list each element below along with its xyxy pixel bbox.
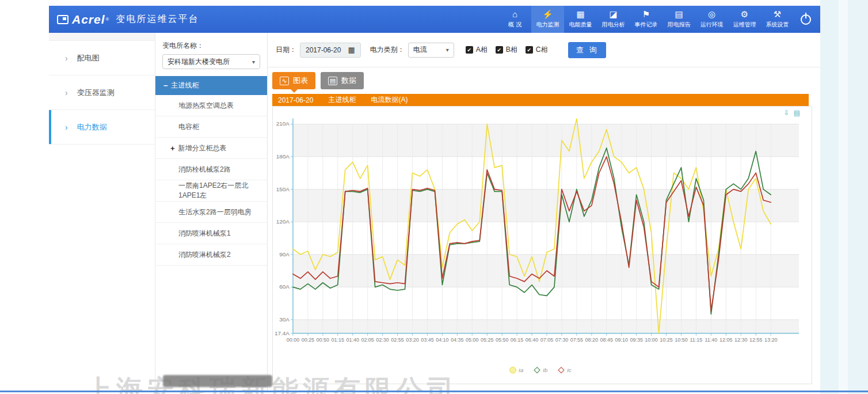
sidebar-item-label: 配电图 bbox=[77, 53, 100, 63]
checkbox-checked-icon: ✔ bbox=[466, 46, 473, 54]
nav-item-power-report[interactable]: ▤用电报告 bbox=[663, 6, 695, 33]
date-label: 日期： bbox=[276, 45, 296, 55]
tree-item[interactable]: 电容柜 bbox=[155, 116, 267, 138]
query-button[interactable]: 查 询 bbox=[568, 42, 606, 58]
runtime-environment-icon: ◎ bbox=[708, 10, 715, 18]
caret-down-icon: ▾ bbox=[252, 59, 255, 65]
tree-item[interactable]: 消防喷淋机械泵1 bbox=[155, 223, 267, 244]
svg-text:17.4A: 17.4A bbox=[275, 330, 290, 336]
svg-text:07:30: 07:30 bbox=[555, 337, 568, 343]
power-quality-icon: ▦ bbox=[576, 10, 584, 18]
nav-item-event-record[interactable]: ⚑事件记录 bbox=[630, 6, 663, 33]
chart-toolbox: ⇩ ▤ bbox=[784, 109, 800, 116]
power-logout-icon[interactable] bbox=[801, 14, 811, 25]
sidebar-item[interactable]: ›电力数据 bbox=[49, 110, 155, 145]
nav-item-system-settings[interactable]: ⚒系统设置 bbox=[761, 6, 794, 33]
phase-checkbox-a[interactable]: ✔A相 bbox=[466, 45, 488, 55]
data-view-icon[interactable]: ▤ bbox=[794, 109, 800, 116]
svg-text:05:25: 05:25 bbox=[481, 337, 493, 343]
svg-text:11:15: 11:15 bbox=[690, 337, 703, 343]
svg-text:04:10: 04:10 bbox=[436, 337, 448, 343]
tree-item[interactable]: 消防栓机械泵2路 bbox=[155, 159, 267, 180]
svg-text:00:50: 00:50 bbox=[317, 337, 329, 343]
acrel-logo-icon bbox=[57, 15, 68, 24]
nav-item-om-management[interactable]: ⚙运维管理 bbox=[728, 6, 761, 33]
svg-text:210A: 210A bbox=[276, 120, 290, 127]
query-toolbar: 日期： 2017-06-20 ▦ 电力类别： 电流 ▾ ✔A相✔B相✔C相 查 … bbox=[268, 33, 820, 67]
nav-item-overview[interactable]: ⌂概 况 bbox=[498, 6, 531, 33]
tree-item-label: 生活水泵2路一层弱电房 bbox=[178, 207, 252, 217]
nav-item-runtime-environment[interactable]: ◎运行环境 bbox=[695, 6, 728, 33]
svg-text:03:20: 03:20 bbox=[406, 337, 418, 343]
save-image-icon[interactable]: ⇩ bbox=[784, 109, 790, 116]
svg-text:00:25: 00:25 bbox=[302, 337, 314, 343]
tree-item[interactable]: 生活水泵2路一层弱电房 bbox=[155, 202, 267, 223]
tab-label: 图表 bbox=[293, 75, 308, 86]
chevron-right-icon: › bbox=[65, 54, 68, 63]
nav-item-power-quality[interactable]: ▦电能质量 bbox=[564, 6, 597, 33]
substation-select[interactable]: 安科瑞新大楼变电所 ▾ bbox=[162, 54, 260, 69]
phase-checkbox-c[interactable]: ✔C相 bbox=[526, 45, 548, 55]
svg-text:120A: 120A bbox=[276, 218, 290, 225]
phase-checkbox-b[interactable]: ✔B相 bbox=[496, 45, 517, 55]
svg-text:02:05: 02:05 bbox=[361, 337, 374, 343]
bottom-divider bbox=[0, 391, 868, 392]
svg-text:Ib: Ib bbox=[543, 367, 548, 373]
main-panel: 日期： 2017-06-20 ▦ 电力类别： 电流 ▾ ✔A相✔B相✔C相 查 … bbox=[268, 33, 820, 391]
tree-item[interactable]: 地源热泵空调总表 bbox=[155, 95, 267, 116]
tree-item[interactable]: 消防喷淋机械泵2 bbox=[155, 244, 267, 266]
power-monitoring-icon: ⚡ bbox=[542, 10, 553, 18]
tab-data[interactable]: ▤数据 bbox=[321, 72, 364, 89]
device-tree: −主进线柜地源热泵空调总表电容柜+新增分立柜总表消防栓机械泵2路一层南1APE2… bbox=[155, 76, 267, 266]
sidebar-item[interactable]: ›变压器监测 bbox=[49, 75, 155, 110]
nav-item-label: 用电报告 bbox=[668, 21, 691, 29]
nav-item-label: 运维管理 bbox=[733, 21, 756, 29]
svg-text:12:55: 12:55 bbox=[749, 337, 762, 343]
svg-text:06:40: 06:40 bbox=[526, 337, 538, 343]
legend-item-ia[interactable]: Ia bbox=[510, 367, 524, 373]
svg-text:02:30: 02:30 bbox=[376, 337, 389, 343]
chevron-right-icon: › bbox=[65, 123, 68, 132]
tree-item[interactable]: +新增分立柜总表 bbox=[155, 138, 267, 159]
svg-text:12:30: 12:30 bbox=[734, 337, 747, 343]
logo-area: Acrel ® 变电所运维云平台 bbox=[49, 13, 199, 26]
app-title: 变电所运维云平台 bbox=[116, 13, 199, 25]
top-header: Acrel ® 变电所运维云平台 ⌂概 况⚡电力监测▦电能质量◪用电分析⚑事件记… bbox=[49, 6, 820, 33]
calendar-icon[interactable]: ▦ bbox=[348, 46, 355, 54]
svg-text:06:15: 06:15 bbox=[511, 337, 523, 343]
date-input[interactable]: 2017-06-20 ▦ bbox=[300, 43, 361, 58]
sidebar-item[interactable]: ›配电图 bbox=[49, 41, 155, 75]
substation-select-value: 安科瑞新大楼变电所 bbox=[167, 57, 230, 67]
phase-label: C相 bbox=[536, 45, 548, 55]
svg-text:00:00: 00:00 bbox=[287, 337, 299, 343]
svg-text:09:35: 09:35 bbox=[630, 337, 642, 343]
phase-label: A相 bbox=[476, 45, 488, 55]
tree-item-label: 主进线柜 bbox=[172, 81, 199, 90]
expand-plus-icon[interactable]: + bbox=[170, 144, 175, 153]
svg-text:08:45: 08:45 bbox=[600, 337, 613, 343]
collapse-minus-icon[interactable]: − bbox=[163, 81, 168, 90]
legend-item-ic[interactable]: Ic bbox=[558, 367, 572, 373]
nav-item-power-monitoring[interactable]: ⚡电力监测 bbox=[531, 6, 564, 33]
nav-item-label: 电力监测 bbox=[536, 21, 559, 29]
content-area: ›配电图›变压器监测›电力数据 变电所名称： 安科瑞新大楼变电所 ▾ −主进线柜… bbox=[49, 33, 820, 391]
svg-text:180A: 180A bbox=[276, 153, 290, 160]
current-line-chart[interactable]: 210A180A150A120A90A60A30A17.4A00:0000:25… bbox=[273, 107, 812, 384]
side-menu: ›配电图›变压器监测›电力数据 bbox=[49, 41, 155, 145]
svg-text:04:35: 04:35 bbox=[451, 337, 463, 343]
tab-chart[interactable]: ∿图表 bbox=[272, 72, 315, 89]
phase-checkbox-group: ✔A相✔B相✔C相 bbox=[466, 45, 556, 55]
device-sidebar: 变电所名称： 安科瑞新大楼变电所 ▾ −主进线柜地源热泵空调总表电容柜+新增分立… bbox=[155, 33, 268, 391]
tree-item-label: 消防喷淋机械泵2 bbox=[178, 250, 231, 260]
svg-text:11:40: 11:40 bbox=[705, 337, 717, 343]
data-tab-icon: ▤ bbox=[328, 77, 337, 85]
legend-item-ib[interactable]: Ib bbox=[534, 367, 548, 373]
tree-item[interactable]: 一层南1APE2右一层北1APE1左 bbox=[155, 180, 267, 202]
power-type-select[interactable]: 电流 ▾ bbox=[408, 43, 454, 58]
tree-item[interactable]: −主进线柜 bbox=[155, 76, 267, 95]
svg-text:02:55: 02:55 bbox=[391, 337, 403, 343]
tree-item-label: 地源热泵空调总表 bbox=[178, 101, 234, 111]
event-record-icon: ⚑ bbox=[642, 10, 650, 18]
svg-text:12:05: 12:05 bbox=[719, 337, 732, 343]
nav-item-power-analysis[interactable]: ◪用电分析 bbox=[597, 6, 630, 33]
